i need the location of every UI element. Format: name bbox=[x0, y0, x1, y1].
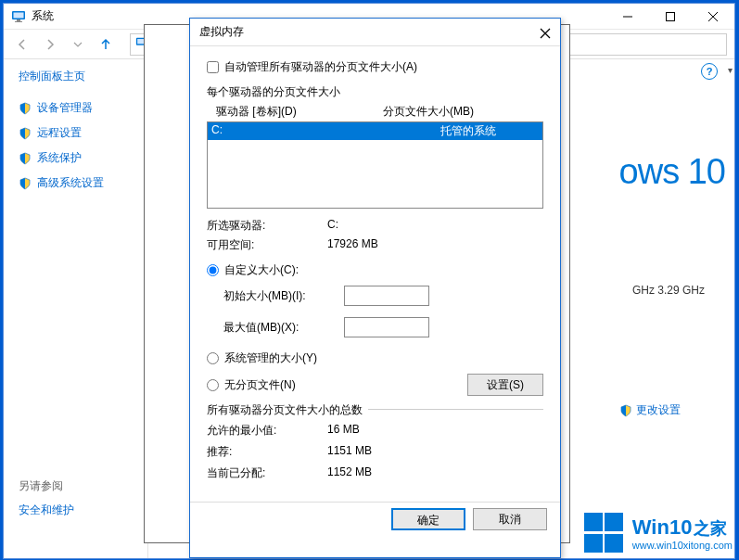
free-space-label: 可用空间: bbox=[207, 237, 327, 253]
svg-rect-3 bbox=[15, 21, 22, 22]
shield-icon bbox=[19, 102, 32, 115]
drive-list[interactable]: C: 托管的系统 bbox=[207, 121, 543, 209]
sidebar-advanced-settings[interactable]: 高级系统设置 bbox=[19, 171, 147, 196]
free-space-row: 可用空间: 17926 MB bbox=[207, 237, 543, 253]
sidebar-device-manager[interactable]: 设备管理器 bbox=[19, 95, 147, 121]
max-size-row: 最大值(MB)(X): bbox=[207, 317, 543, 337]
totals-section: 允许的最小值: 16 MB 推荐: 1151 MB 当前已分配: 1152 MB bbox=[207, 423, 543, 481]
help-icon[interactable]: ? bbox=[701, 63, 718, 80]
window-buttons bbox=[606, 4, 734, 30]
vm-title: 虚拟内存 bbox=[199, 24, 244, 40]
close-icon[interactable] bbox=[536, 24, 554, 43]
recommended-row: 推荐: 1151 MB bbox=[207, 444, 543, 460]
windows-logo-icon bbox=[584, 513, 625, 554]
col-size-label: 分页文件大小(MB) bbox=[383, 104, 474, 120]
vm-titlebar: 虚拟内存 bbox=[190, 19, 560, 46]
system-managed-label: 系统管理的大小(Y) bbox=[224, 350, 317, 366]
custom-size-radio[interactable] bbox=[207, 264, 219, 276]
chevron-down-icon[interactable]: ▾ bbox=[728, 65, 733, 75]
sidebar-system-protection[interactable]: 系统保护 bbox=[19, 146, 147, 171]
custom-size-radio-row: 自定义大小(C): bbox=[207, 262, 543, 278]
see-also-section: 另请参阅 安全和维护 bbox=[19, 478, 74, 521]
up-arrow-icon[interactable] bbox=[95, 33, 117, 56]
initial-size-label: 初始大小(MB)(I): bbox=[223, 288, 344, 304]
windows10-brand-text: ows 10 bbox=[619, 152, 725, 192]
cancel-button[interactable]: 取消 bbox=[473, 508, 547, 530]
vm-body: 自动管理所有驱动器的分页文件大小(A) 每个驱动器的分页文件大小 驱动器 [卷标… bbox=[190, 46, 560, 494]
initial-size-row: 初始大小(MB)(I): bbox=[207, 286, 543, 306]
ok-button[interactable]: 确定 bbox=[391, 508, 465, 530]
max-size-label: 最大值(MB)(X): bbox=[223, 320, 344, 336]
allocated-row: 当前已分配: 1152 MB bbox=[207, 465, 543, 481]
maximize-button[interactable] bbox=[649, 4, 692, 30]
no-paging-radio-row: 无分页文件(N) bbox=[207, 377, 467, 393]
allocated-label: 当前已分配: bbox=[207, 465, 327, 481]
watermark: Win10之家 www.win10xitong.com bbox=[584, 513, 733, 554]
drive-letter: C: bbox=[211, 123, 397, 139]
initial-size-input[interactable] bbox=[344, 286, 429, 306]
svg-line-7 bbox=[708, 12, 718, 21]
sidebar-link-label: 远程设置 bbox=[37, 125, 82, 141]
col-drive-label: 驱动器 [卷标](D) bbox=[216, 104, 383, 120]
minimize-button[interactable] bbox=[606, 4, 649, 30]
selected-drive-value: C: bbox=[327, 218, 338, 234]
auto-manage-checkbox[interactable] bbox=[207, 61, 219, 73]
no-paging-radio[interactable] bbox=[207, 379, 219, 391]
sidebar: 控制面板主页 设备管理器 远程设置 系统保护 高级系统设置 另请参阅 安全和维护 bbox=[4, 59, 147, 558]
recommended-label: 推荐: bbox=[207, 444, 327, 460]
custom-size-label: 自定义大小(C): bbox=[224, 262, 299, 278]
shield-icon bbox=[19, 177, 32, 190]
drive-list-header: 驱动器 [卷标](D) 分页文件大小(MB) bbox=[207, 104, 543, 120]
watermark-text: Win10之家 www.win10xitong.com bbox=[632, 515, 733, 551]
back-arrow-icon[interactable] bbox=[11, 33, 33, 56]
auto-manage-label: 自动管理所有驱动器的分页文件大小(A) bbox=[224, 59, 417, 75]
forward-arrow-icon[interactable] bbox=[39, 33, 61, 56]
allocated-value: 1152 MB bbox=[327, 465, 372, 481]
no-paging-label: 无分页文件(N) bbox=[224, 377, 296, 393]
svg-rect-2 bbox=[17, 19, 20, 21]
auto-manage-row: 自动管理所有驱动器的分页文件大小(A) bbox=[207, 59, 543, 75]
group-divider: 所有驱动器分页文件大小的总数 bbox=[207, 409, 543, 410]
see-also-security-link[interactable]: 安全和维护 bbox=[19, 500, 74, 521]
totals-group-title: 所有驱动器分页文件大小的总数 bbox=[207, 402, 368, 418]
dialog-buttons: 确定 取消 bbox=[190, 502, 560, 530]
shield-icon bbox=[19, 152, 32, 165]
control-panel-home-link[interactable]: 控制面板主页 bbox=[19, 69, 147, 84]
sidebar-link-label: 系统保护 bbox=[37, 150, 82, 166]
see-also-link-label: 安全和维护 bbox=[19, 503, 74, 518]
shield-icon bbox=[619, 404, 632, 417]
drive-row-selected[interactable]: C: 托管的系统 bbox=[208, 122, 542, 140]
system-managed-radio[interactable] bbox=[207, 352, 219, 364]
sidebar-remote-settings[interactable]: 远程设置 bbox=[19, 121, 147, 146]
recommended-value: 1151 MB bbox=[327, 444, 372, 460]
cpu-info-text: GHz 3.29 GHz bbox=[632, 284, 705, 297]
shield-icon bbox=[19, 127, 32, 140]
sidebar-link-label: 设备管理器 bbox=[37, 100, 93, 116]
close-button[interactable] bbox=[692, 4, 734, 30]
system-title: 系统 bbox=[32, 8, 54, 24]
selected-drive-label: 所选驱动器: bbox=[207, 218, 327, 234]
watermark-brand-zh: 之家 bbox=[694, 517, 727, 540]
change-settings-link[interactable]: 更改设置 bbox=[619, 402, 681, 418]
change-settings-label: 更改设置 bbox=[636, 402, 681, 418]
min-allowed-row: 允许的最小值: 16 MB bbox=[207, 423, 543, 439]
watermark-brand: Win10 bbox=[632, 515, 693, 540]
min-allowed-label: 允许的最小值: bbox=[207, 423, 327, 439]
drive-size: 托管的系统 bbox=[397, 123, 539, 139]
monitor-icon bbox=[11, 9, 26, 24]
system-managed-radio-row: 系统管理的大小(Y) bbox=[207, 350, 543, 366]
each-drive-label: 每个驱动器的分页文件大小 bbox=[207, 84, 543, 100]
dropdown-arrow-icon[interactable] bbox=[67, 33, 89, 56]
see-also-title: 另请参阅 bbox=[19, 478, 74, 494]
watermark-url: www.win10xitong.com bbox=[632, 540, 733, 551]
sidebar-link-label: 高级系统设置 bbox=[37, 175, 104, 191]
svg-rect-1 bbox=[14, 12, 24, 18]
min-allowed-value: 16 MB bbox=[327, 423, 360, 439]
svg-line-6 bbox=[708, 12, 718, 21]
svg-rect-5 bbox=[667, 13, 675, 21]
selected-drive-row: 所选驱动器: C: bbox=[207, 218, 543, 234]
free-space-value: 17926 MB bbox=[327, 237, 378, 253]
virtual-memory-dialog: 虚拟内存 自动管理所有驱动器的分页文件大小(A) 每个驱动器的分页文件大小 驱动… bbox=[189, 18, 561, 558]
max-size-input[interactable] bbox=[344, 317, 429, 337]
set-button[interactable]: 设置(S) bbox=[467, 374, 543, 396]
